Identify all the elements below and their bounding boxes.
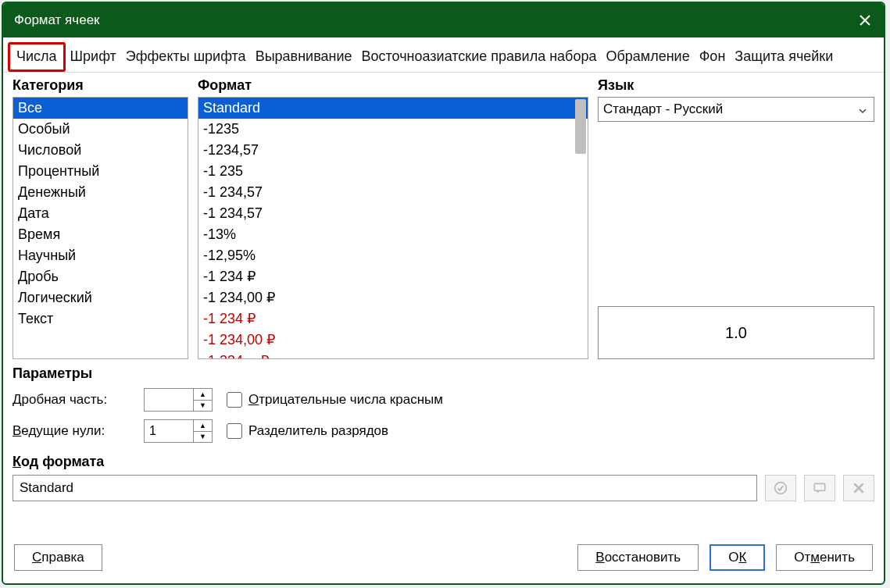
close-icon[interactable] [857,12,873,28]
leading-spinner[interactable]: ▲▼ [144,419,213,443]
category-item[interactable]: Особый [13,119,188,140]
thousep-label: Разделитель разрядов [248,423,388,439]
language-value: Стандарт - Русский [603,102,723,117]
apply-code-button[interactable] [765,475,796,501]
format-item[interactable]: -13% [198,224,588,245]
category-item[interactable]: Процентный [13,161,188,182]
tab-7[interactable]: Защита ячейки [730,42,838,72]
format-label: Формат [198,74,588,97]
format-item[interactable]: -1 234 ₽ [198,266,588,287]
leading-label: Ведущие нули: [13,423,130,439]
category-list[interactable]: ВсеОсобыйЧисловойПроцентныйДенежныйДатаВ… [13,97,188,359]
code-section: Код формата [3,451,884,501]
category-item[interactable]: Дробь [13,266,188,287]
svg-rect-1 [814,483,825,490]
decimal-spinner[interactable]: ▲▼ [144,388,213,412]
category-item[interactable]: Логический [13,287,188,308]
cancel-button[interactable]: Отменить [776,544,873,571]
format-item[interactable]: -1 234,00 ₽ [198,330,588,351]
delete-code-button[interactable] [843,475,874,501]
tab-0[interactable]: Числа [8,42,66,72]
tab-5[interactable]: Обрамление [601,42,694,72]
format-item[interactable]: -1 235 [198,161,588,182]
neg-red-label: Отрицательные числа красным [248,392,443,408]
preview-value: 1.0 [725,324,747,342]
spin-up-icon[interactable]: ▲ [194,389,212,401]
format-item[interactable]: Standard [198,98,588,119]
leading-input[interactable] [145,420,193,442]
format-item[interactable]: -1235 [198,119,588,140]
chevron-down-icon [858,104,869,115]
restore-button[interactable]: Восстановить [577,544,699,571]
category-item[interactable]: Дата [13,203,188,224]
tab-4[interactable]: Восточноазиатские правила набора [357,42,602,72]
thousep-checkbox[interactable] [227,423,242,439]
dialog-footer: Справка Восстановить ОК Отменить [3,532,884,583]
decimal-input[interactable] [145,389,193,411]
decimal-label: Дробная часть: [13,392,130,408]
spin-up-icon[interactable]: ▲ [194,420,212,432]
edit-comment-button[interactable] [804,475,835,501]
spin-down-icon[interactable]: ▼ [194,432,212,443]
format-item[interactable]: -1 234 ₽ [198,308,588,330]
titlebar: Формат ячеек [3,3,884,37]
ok-button[interactable]: ОК [709,544,765,571]
params-label: Параметры [13,365,874,382]
code-label: Код формата [13,454,874,470]
tab-bar: ЧислаШрифтЭффекты шрифтаВыравниваниеВост… [3,37,884,73]
tab-3[interactable]: Выравнивание [251,42,357,72]
tab-1[interactable]: Шрифт [66,42,121,72]
category-label: Категория [13,74,188,97]
preview-box: 1.0 [598,306,874,359]
cell-format-dialog: Формат ячеек ЧислаШрифтЭффекты шрифтаВыр… [2,2,885,585]
language-label: Язык [598,74,874,97]
category-item[interactable]: Числовой [13,140,188,161]
category-item[interactable]: Научный [13,245,188,266]
category-item[interactable]: Все [13,98,188,119]
format-item[interactable]: -1 234 -- ₽ [198,351,588,359]
format-item[interactable]: -1 234,00 ₽ [198,287,588,308]
params-section: Параметры Дробная часть: ▲▼ Отрицательны… [3,359,884,451]
tab-6[interactable]: Фон [695,42,731,72]
tab-2[interactable]: Эффекты шрифта [121,42,251,72]
language-select[interactable]: Стандарт - Русский [598,97,874,122]
category-item[interactable]: Текст [13,308,188,330]
spin-down-icon[interactable]: ▼ [194,401,212,412]
category-item[interactable]: Денежный [13,182,188,203]
window-title: Формат ячеек [14,12,100,28]
help-button[interactable]: Справка [14,544,102,571]
scrollbar[interactable] [575,99,586,154]
neg-red-checkbox[interactable] [227,392,242,408]
format-item[interactable]: -1234,57 [198,140,588,161]
format-item[interactable]: -1 234,57 [198,203,588,224]
format-list[interactable]: Standard-1235-1234,57-1 235-1 234,57-1 2… [198,97,588,359]
code-input[interactable] [13,475,757,501]
category-item[interactable]: Время [13,224,188,245]
format-item[interactable]: -1 234,57 [198,182,588,203]
format-item[interactable]: -12,95% [198,245,588,266]
